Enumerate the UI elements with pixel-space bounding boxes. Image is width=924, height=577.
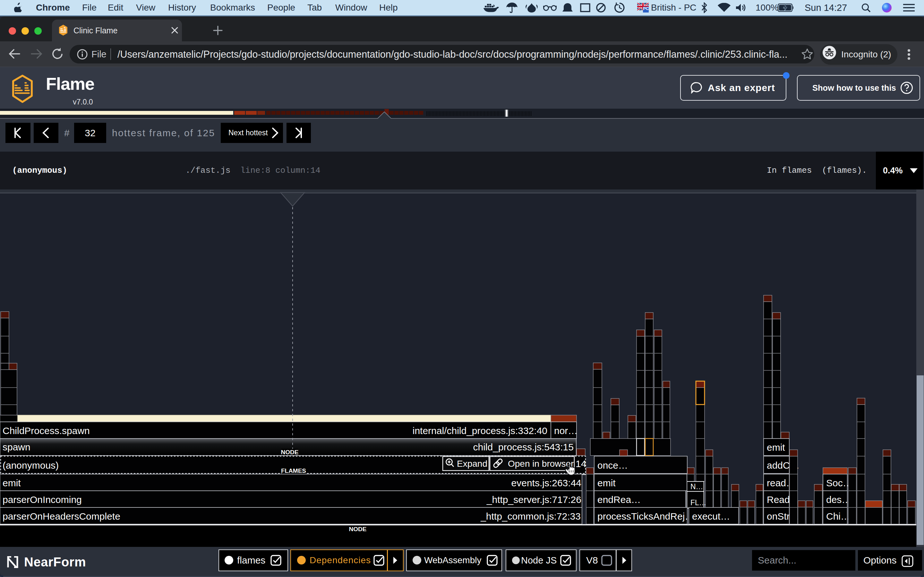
- svg-text:(anonymous): (anonymous): [3, 460, 59, 471]
- svg-text:PC: PC: [643, 6, 649, 11]
- svg-text:FL…: FL…: [690, 498, 706, 507]
- svg-text:parserOnIncoming: parserOnIncoming: [3, 494, 82, 505]
- svg-text:Chi…: Chi…: [826, 511, 850, 522]
- svg-text:nor…: nor…: [554, 425, 577, 436]
- svg-text:_http_server.js:717:26: _http_server.js:717:26: [486, 494, 582, 505]
- svg-text:emit: emit: [767, 442, 785, 453]
- svg-text:execut…: execut…: [692, 511, 730, 522]
- svg-text:14: 14: [575, 458, 586, 469]
- svg-text:emit: emit: [598, 478, 615, 488]
- svg-text:once…: once…: [598, 460, 628, 471]
- svg-text:_http_common.js:72:33: _http_common.js:72:33: [480, 511, 581, 522]
- svg-text:NODE: NODE: [281, 449, 299, 456]
- svg-text:parserOnHeadersComplete: parserOnHeadersComplete: [3, 511, 120, 522]
- svg-text:spawn: spawn: [3, 442, 31, 452]
- svg-text:internal/child_process.js:332:: internal/child_process.js:332:40: [413, 425, 548, 436]
- svg-text:Expand: Expand: [457, 459, 487, 469]
- svg-text:N…: N…: [690, 482, 703, 491]
- svg-text:child_process.js:543:15: child_process.js:543:15: [473, 442, 573, 452]
- svg-text:NODE: NODE: [349, 526, 367, 532]
- svg-text:des…: des…: [826, 494, 851, 505]
- svg-text:processTicksAndRej…: processTicksAndRej…: [598, 511, 694, 522]
- svg-text:events.js:263:44: events.js:263:44: [511, 478, 582, 488]
- svg-text:ChildProcess.spawn: ChildProcess.spawn: [3, 425, 90, 436]
- svg-text:emit: emit: [3, 478, 21, 488]
- svg-text:endRea…: endRea…: [598, 494, 641, 505]
- svg-text:Open in browser: Open in browser: [508, 459, 573, 469]
- svg-text:FLAMES: FLAMES: [281, 467, 306, 474]
